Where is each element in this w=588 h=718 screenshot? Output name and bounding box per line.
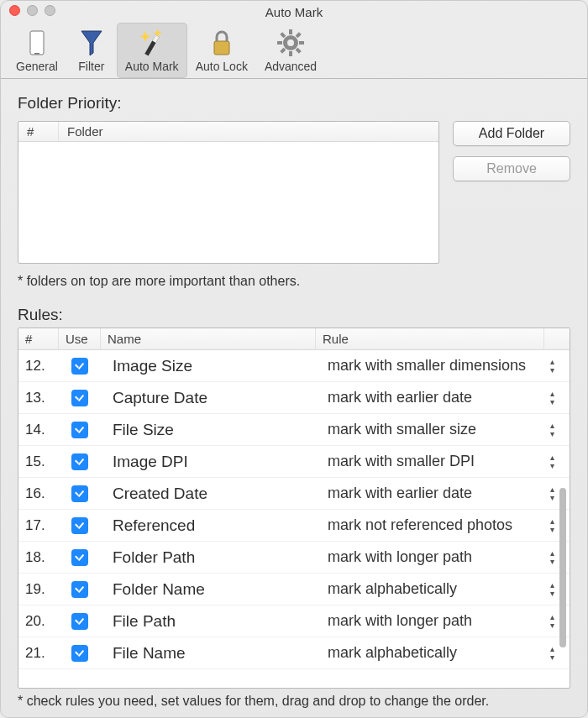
rules-body[interactable]: 12.Image Sizemark with smaller dimension…	[18, 350, 570, 688]
table-row[interactable]: 16.Created Datemark with earlier date▴▾	[18, 478, 570, 510]
svg-rect-9	[289, 29, 292, 34]
table-row[interactable]: 12.Image Sizemark with smaller dimension…	[18, 350, 570, 382]
rule-number: 13.	[18, 390, 59, 406]
rule-use-cell	[59, 581, 101, 598]
content-area: Folder Priority: # Folder Add Folder Rem…	[1, 79, 587, 717]
table-row[interactable]: 15.Image DPImark with smaller DPI▴▾	[18, 446, 570, 478]
rule-use-checkbox[interactable]	[71, 453, 88, 470]
rule-use-checkbox[interactable]	[71, 517, 88, 534]
table-row[interactable]: 20.File Pathmark with longer path▴▾	[18, 605, 570, 637]
rule-value[interactable]: mark with earlier date	[316, 485, 544, 502]
tab-label: General	[16, 60, 58, 73]
rule-number: 21.	[18, 645, 59, 662]
rule-use-checkbox[interactable]	[71, 549, 88, 566]
rule-number: 18.	[18, 549, 59, 566]
rules-table: # Use Name Rule 12.Image Sizemark with s…	[18, 328, 570, 689]
tab-auto-lock[interactable]: Auto Lock	[187, 23, 256, 78]
rules-col-name[interactable]: Name	[101, 328, 316, 349]
svg-rect-12	[299, 41, 304, 45]
rules-scrollbar-track[interactable]	[559, 354, 568, 684]
folder-priority-hint: * folders on top are more important than…	[18, 274, 570, 289]
rule-use-cell	[59, 485, 101, 502]
preferences-window: Auto Mark General Filter	[0, 0, 588, 718]
rule-value[interactable]: mark alphabetically	[316, 644, 544, 662]
rule-value[interactable]: mark not referenced photos	[316, 516, 544, 534]
rule-use-checkbox[interactable]	[71, 581, 88, 598]
zoom-window-button[interactable]	[45, 5, 55, 16]
rule-number: 15.	[18, 453, 59, 470]
svg-rect-1	[34, 53, 39, 55]
rule-name: File Name	[101, 644, 316, 663]
rule-name: Image DPI	[101, 453, 316, 471]
rules-scrollbar-thumb[interactable]	[559, 488, 566, 647]
svg-rect-14	[280, 48, 286, 54]
rule-use-cell	[59, 422, 101, 438]
minimize-window-button[interactable]	[27, 5, 38, 16]
rule-use-cell	[59, 390, 101, 406]
svg-rect-15	[280, 32, 286, 38]
add-folder-button[interactable]: Add Folder	[453, 121, 570, 146]
stepper-icon: ▴▾	[544, 516, 559, 536]
folder-priority-table[interactable]: # Folder	[18, 121, 439, 264]
folder-priority-label: Folder Priority:	[18, 94, 570, 113]
table-row[interactable]: 17.Referencedmark not referenced photos▴…	[18, 510, 570, 542]
rule-use-checkbox[interactable]	[71, 485, 88, 502]
rules-col-num[interactable]: #	[18, 328, 59, 349]
rule-use-checkbox[interactable]	[71, 645, 88, 662]
rules-header: # Use Name Rule	[18, 328, 570, 350]
tab-label: Filter	[78, 60, 104, 73]
rule-use-cell	[59, 613, 101, 630]
table-row[interactable]: 14.File Sizemark with smaller size▴▾	[18, 414, 570, 446]
rules-col-rule[interactable]: Rule	[316, 328, 544, 349]
preferences-toolbar: General Filter Auto Mark Au	[1, 21, 587, 79]
rule-use-cell	[59, 453, 101, 470]
tab-advanced[interactable]: Advanced	[256, 23, 325, 78]
folder-col-num[interactable]: #	[18, 122, 59, 141]
rule-use-cell	[59, 549, 101, 566]
close-window-button[interactable]	[9, 5, 20, 16]
gear-icon	[274, 26, 307, 60]
svg-rect-16	[296, 48, 302, 54]
rule-value[interactable]: mark with longer path	[316, 612, 544, 630]
rule-number: 17.	[18, 517, 59, 534]
rule-value[interactable]: mark with smaller size	[316, 421, 544, 438]
rule-value[interactable]: mark with earlier date	[316, 389, 544, 406]
stepper-icon: ▴▾	[544, 611, 559, 632]
rules-hint: * check rules you need, set values for t…	[18, 694, 570, 709]
tab-filter[interactable]: Filter	[66, 23, 117, 78]
folder-col-folder[interactable]: Folder	[59, 122, 438, 141]
rule-use-checkbox[interactable]	[71, 613, 88, 630]
stepper-icon: ▴▾	[544, 579, 559, 600]
table-row[interactable]: 18.Folder Pathmark with longer path▴▾	[18, 542, 570, 574]
table-row[interactable]: 21.File Namemark alphabetically▴▾	[18, 637, 570, 669]
stepper-icon: ▴▾	[544, 484, 559, 504]
rule-use-checkbox[interactable]	[71, 422, 88, 438]
rule-value[interactable]: mark with smaller DPI	[316, 453, 544, 470]
rule-name: Folder Name	[101, 580, 316, 599]
rule-number: 19.	[18, 581, 59, 598]
stepper-icon: ▴▾	[544, 643, 559, 663]
rule-name: File Size	[101, 421, 316, 439]
rule-number: 12.	[18, 358, 59, 375]
svg-rect-6	[214, 41, 229, 55]
rule-value[interactable]: mark with longer path	[316, 548, 544, 566]
tab-auto-mark[interactable]: Auto Mark	[117, 23, 187, 78]
general-icon	[20, 26, 54, 60]
svg-rect-13	[296, 32, 302, 38]
stepper-icon: ▴▾	[544, 388, 559, 408]
table-row[interactable]: 19.Folder Namemark alphabetically▴▾	[18, 574, 570, 605]
rule-value[interactable]: mark with smaller dimensions	[316, 357, 544, 375]
stepper-icon: ▴▾	[544, 452, 559, 472]
tab-general[interactable]: General	[8, 23, 66, 78]
rule-use-checkbox[interactable]	[71, 390, 88, 406]
stepper-icon: ▴▾	[544, 420, 559, 440]
rule-number: 16.	[18, 485, 59, 502]
tab-label: Auto Lock	[196, 60, 248, 73]
table-row[interactable]: 13.Capture Datemark with earlier date▴▾	[18, 382, 570, 414]
svg-marker-4	[139, 31, 151, 42]
rule-use-checkbox[interactable]	[71, 358, 88, 375]
tab-label: Advanced	[265, 60, 317, 73]
remove-folder-button: Remove	[453, 156, 570, 181]
rules-col-use[interactable]: Use	[59, 328, 101, 349]
rule-value[interactable]: mark alphabetically	[316, 580, 544, 598]
